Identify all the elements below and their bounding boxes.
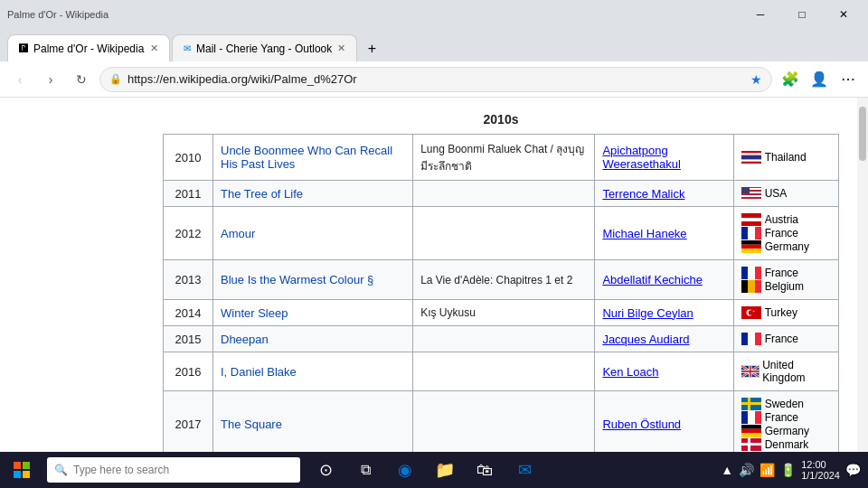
maximize-button[interactable]: □ <box>781 0 823 29</box>
tab-title-outlook: Mail - Cherie Yang - Outlook <box>196 42 332 55</box>
year-cell: 2012 <box>164 207 213 260</box>
back-button[interactable]: ‹ <box>7 67 33 92</box>
svg-rect-8 <box>741 195 761 197</box>
film-link[interactable]: Winter Sleep <box>221 306 288 320</box>
tab-bar: 🅿 Palme d'Or - Wikipedia ✕ ✉ Mail - Cher… <box>0 29 868 61</box>
english-title-cell: The Tree of Life <box>213 181 413 207</box>
tab-close-outlook[interactable]: ✕ <box>337 42 345 54</box>
director-link[interactable]: Jacques Audiard <box>602 333 689 346</box>
film-link[interactable]: Blue Is the Warmest Colour § <box>221 273 373 286</box>
director-cell: Terrence Malick <box>595 181 734 207</box>
section-header: 2010s <box>163 105 839 134</box>
director-cell: Abdellatif Kechiche <box>595 260 734 300</box>
taskbar-edge[interactable]: ◉ <box>387 452 423 488</box>
year-cell: 2015 <box>164 326 213 352</box>
country-name: France <box>765 267 798 279</box>
page-content-area: 2010s 2010Uncle Boonmee Who Can Recall H… <box>0 98 868 452</box>
film-link[interactable]: The Tree of Life <box>221 187 303 201</box>
country-name: Thailand <box>765 151 807 164</box>
bookmark-icon[interactable]: ★ <box>750 72 762 87</box>
taskbar-cortana[interactable]: ⊙ <box>307 452 344 488</box>
refresh-button[interactable]: ↻ <box>69 67 94 92</box>
country-name: France <box>765 333 798 345</box>
film-link[interactable]: The Square <box>221 418 282 431</box>
taskbar-search-input[interactable] <box>73 464 293 476</box>
minimize-button[interactable]: ─ <box>740 0 781 29</box>
original-title-cell <box>413 391 595 453</box>
tab-wikipedia[interactable]: 🅿 Palme d'Or - Wikipedia ✕ <box>7 34 170 61</box>
svg-rect-50 <box>741 429 761 434</box>
svg-rect-25 <box>748 280 755 293</box>
table-row: 2014Winter SleepKış UykusuNuri Bilge Cey… <box>164 300 839 326</box>
director-link[interactable]: Ruben Östlund <box>602 418 681 431</box>
taskbar-taskview[interactable]: ⧉ <box>347 452 383 488</box>
svg-rect-59 <box>14 462 21 469</box>
original-title-cell: Kış Uykusu <box>413 300 595 326</box>
country-cell: Sweden France Germany Denmark <box>734 391 839 453</box>
new-tab-button[interactable]: + <box>359 36 384 61</box>
forward-button[interactable]: › <box>38 67 63 92</box>
svg-rect-7 <box>741 193 761 195</box>
svg-rect-45 <box>741 402 761 405</box>
start-button[interactable] <box>0 452 43 488</box>
country-name: Sweden <box>765 398 804 410</box>
tray-clock[interactable]: 12:001/1/2024 <box>801 459 840 481</box>
original-title-cell <box>413 207 595 260</box>
country-cell: Austria France Germany <box>734 207 839 260</box>
film-link[interactable]: Dheepan <box>221 333 269 346</box>
svg-rect-14 <box>741 221 761 226</box>
tab-favicon-outlook: ✉ <box>184 43 191 53</box>
profile-button[interactable]: 👤 <box>807 67 832 92</box>
country-name: France <box>765 227 798 239</box>
country-cell: Thailand <box>734 135 839 181</box>
scroll-thumb[interactable] <box>859 107 866 161</box>
table-row: 2015DheepanJacques Audiard France <box>164 326 839 352</box>
svg-rect-60 <box>23 462 30 469</box>
extensions-button[interactable]: 🧩 <box>778 67 803 92</box>
taskbar-tray: ▲ 🔊 📶 🔋 12:001/1/2024 💬 <box>721 459 868 481</box>
country-entry: France <box>741 411 831 424</box>
director-link[interactable]: Abdellatif Kechiche <box>602 273 703 286</box>
settings-button[interactable]: ⋯ <box>835 67 861 92</box>
film-link[interactable]: Uncle Boonmee Who Can Recall His Past Li… <box>221 144 392 171</box>
tray-volume-icon[interactable]: 🔊 <box>739 463 754 477</box>
director-link[interactable]: Nuri Bilge Ceylan <box>602 306 693 320</box>
film-link[interactable]: I, Daniel Blake <box>221 365 297 379</box>
svg-rect-62 <box>23 471 30 478</box>
film-link[interactable]: Amour <box>221 227 255 240</box>
director-link[interactable]: Apichatpong Weerasethakul <box>602 144 680 171</box>
country-entry: Denmark <box>741 438 831 451</box>
tab-close-wikipedia[interactable]: ✕ <box>150 42 158 54</box>
director-link[interactable]: Ken Loach <box>602 365 658 379</box>
tray-battery-icon[interactable]: 🔋 <box>780 463 796 477</box>
director-link[interactable]: Terrence Malick <box>602 187 684 201</box>
svg-rect-11 <box>741 187 750 193</box>
address-bar[interactable]: 🔒 https://en.wikipedia.org/wiki/Palme_d%… <box>99 67 772 92</box>
svg-rect-54 <box>741 443 761 446</box>
taskbar-store[interactable]: 🛍 <box>467 452 503 488</box>
tray-arrow-icon[interactable]: ▲ <box>721 463 733 477</box>
country-name: Germany <box>765 425 809 437</box>
tray-network-icon[interactable]: 📶 <box>760 463 775 477</box>
table-row: 2011The Tree of LifeTerrence Malick USA <box>164 181 839 207</box>
svg-rect-47 <box>748 411 755 424</box>
taskbar-mail[interactable]: ✉ <box>506 452 542 488</box>
svg-rect-61 <box>14 471 21 478</box>
country-entry: United Kingdom <box>741 359 831 384</box>
tab-favicon-wikipedia: 🅿 <box>19 43 28 53</box>
taskbar-explorer[interactable]: 📁 <box>427 452 463 488</box>
country-entry: Thailand <box>741 151 831 164</box>
svg-rect-42 <box>741 371 760 372</box>
scrollbar[interactable] <box>857 98 868 452</box>
tab-outlook[interactable]: ✉ Mail - Cherie Yang - Outlook ✕ <box>172 34 357 61</box>
tray-notification-icon[interactable]: 💬 <box>845 463 861 477</box>
original-title-cell <box>413 326 595 352</box>
taskbar-search-box[interactable]: 🔍 <box>47 457 300 483</box>
close-button[interactable]: ✕ <box>823 0 864 29</box>
svg-rect-48 <box>755 411 761 424</box>
original-title-cell: La Vie d'Adèle: Chapitres 1 et 2 <box>413 260 595 300</box>
svg-rect-10 <box>741 199 761 200</box>
taskbar: 🔍 ⊙ ⧉ ◉ 📁 🛍 ✉ ▲ 🔊 📶 🔋 12:001/1/2024 💬 <box>0 452 868 488</box>
director-link[interactable]: Michael Haneke <box>602 227 686 240</box>
director-cell: Ken Loach <box>595 352 734 391</box>
